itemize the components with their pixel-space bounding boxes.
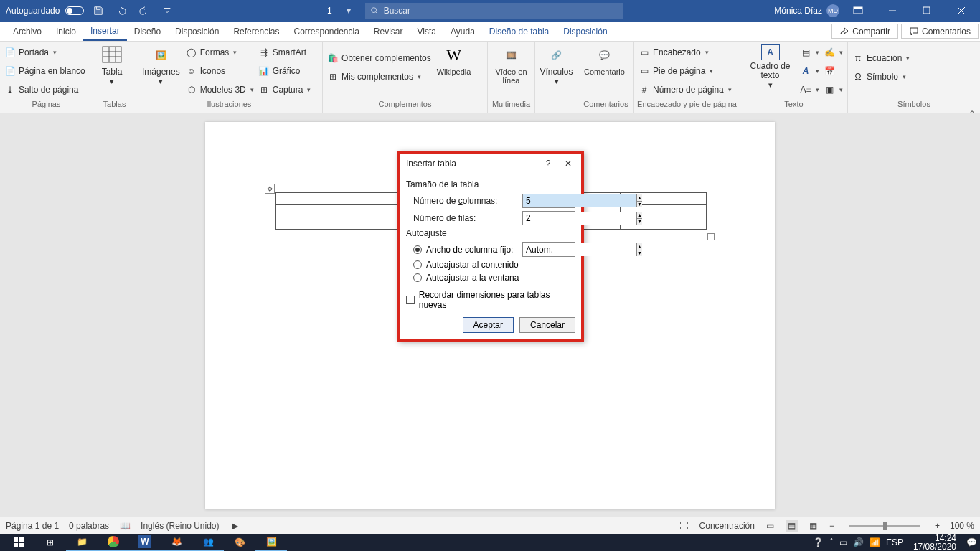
fixed-width-input[interactable] — [523, 243, 636, 256]
read-mode-icon[interactable]: ▭ — [765, 520, 776, 532]
user-avatar[interactable]: MD — [826, 4, 839, 17]
icons-button[interactable]: ☺Iconos — [184, 63, 255, 79]
comments-button[interactable]: Comentarios — [901, 24, 979, 39]
keyboard-lang[interactable]: ESP — [886, 537, 903, 547]
paint-icon[interactable]: 🎨 — [224, 534, 255, 551]
wikipedia-button[interactable]: WWikipedia — [434, 43, 474, 77]
menu-disposicion-tabla[interactable]: Disposición — [556, 22, 614, 41]
columns-up-icon[interactable]: ▲ — [637, 194, 642, 202]
close-button[interactable] — [946, 0, 977, 22]
wordart-button[interactable]: A▾ — [798, 63, 821, 79]
wifi-icon[interactable]: 📶 — [870, 537, 880, 547]
notifications-icon[interactable]: 💬 — [966, 537, 977, 547]
equation-button[interactable]: πEcuación▾ — [851, 50, 911, 66]
table-move-handle[interactable]: ✥ — [265, 184, 275, 194]
chrome-icon[interactable] — [98, 534, 129, 551]
fixed-width-spinner[interactable]: ▲▼ — [522, 242, 575, 257]
word-icon[interactable]: W — [129, 534, 161, 551]
header-button[interactable]: ▭Encabezado▾ — [637, 44, 733, 60]
macros-icon[interactable]: ▶ — [230, 520, 241, 532]
search-input[interactable] — [384, 6, 619, 16]
ribbon-display-icon[interactable] — [842, 0, 874, 22]
clock[interactable]: 14:24 17/08/2020 — [913, 534, 956, 551]
page-break-button[interactable]: ⤓Salto de página — [3, 82, 87, 98]
fit-window-radio[interactable] — [413, 273, 422, 282]
zoom-level[interactable]: 100 % — [950, 521, 974, 531]
cancel-button[interactable]: Cancelar — [519, 317, 575, 333]
undo-icon[interactable] — [113, 2, 130, 19]
columns-spinner[interactable]: ▲▼ — [522, 194, 575, 208]
start-button[interactable] — [3, 534, 34, 551]
menu-archivo[interactable]: Archivo — [6, 22, 49, 41]
qat-more-icon[interactable] — [159, 2, 176, 19]
menu-disposicion[interactable]: Disposición — [168, 22, 226, 41]
quick-parts-button[interactable]: ▤▾ — [798, 44, 821, 60]
online-video-button[interactable]: 🎞️Vídeo en línea — [491, 43, 532, 86]
task-view-icon[interactable]: ⊞ — [34, 534, 66, 551]
signature-button[interactable]: ✍▾ — [822, 44, 844, 60]
footer-button[interactable]: ▭Pie de página▾ — [637, 63, 733, 79]
chart-button[interactable]: 📊Gráfico — [257, 63, 313, 79]
menu-correspondencia[interactable]: Correspondencia — [286, 22, 366, 41]
page-indicator[interactable]: Página 1 de 1 — [6, 521, 59, 531]
capture-button[interactable]: ⊞Captura▾ — [257, 82, 313, 98]
smartart-button[interactable]: ⇶SmartArt — [257, 44, 313, 60]
photos-icon[interactable]: 🖼️ — [255, 534, 287, 551]
my-addins-button[interactable]: ⊞Mis complementos▾ — [326, 69, 433, 85]
3d-models-button[interactable]: ⬡Modelos 3D▾ — [184, 82, 255, 98]
fit-content-radio[interactable] — [413, 260, 422, 269]
dialog-close-icon[interactable]: ✕ — [561, 156, 575, 171]
redo-icon[interactable] — [136, 2, 153, 19]
word-count[interactable]: 0 palabras — [69, 521, 109, 531]
object-button[interactable]: ▣▾ — [822, 82, 844, 98]
columns-down-icon[interactable]: ▼ — [637, 202, 642, 208]
textbox-button[interactable]: ACuadro de texto▾ — [743, 43, 797, 90]
columns-input[interactable] — [523, 194, 636, 207]
focus-label[interactable]: Concentración — [699, 521, 755, 531]
table-button[interactable]: Tabla▾ — [96, 43, 128, 87]
get-addins-button[interactable]: 🛍️Obtener complementos — [326, 50, 433, 66]
print-layout-icon[interactable]: ▤ — [786, 520, 798, 532]
zoom-slider[interactable] — [849, 525, 920, 527]
menu-inicio[interactable]: Inicio — [49, 22, 83, 41]
spellcheck-icon[interactable]: 📖 — [119, 520, 131, 532]
remember-checkbox[interactable] — [406, 296, 415, 304]
fixed-down-icon[interactable]: ▼ — [637, 250, 642, 257]
menu-ayuda[interactable]: Ayuda — [443, 22, 482, 41]
rows-input[interactable] — [523, 212, 636, 225]
user-name[interactable]: Mónica Díaz — [774, 6, 822, 16]
menu-revisar[interactable]: Revisar — [367, 22, 410, 41]
teams-icon[interactable]: 👥 — [192, 534, 224, 551]
comment-button[interactable]: 💬Comentario — [581, 43, 628, 77]
autosave-toggle[interactable] — [65, 6, 84, 15]
menu-diseno-tabla[interactable]: Diseño de tabla — [482, 22, 556, 41]
menu-insertar[interactable]: Insertar — [83, 22, 127, 41]
tray-chevron-icon[interactable]: ˄ — [829, 537, 834, 547]
explorer-icon[interactable]: 📁 — [66, 534, 98, 551]
rows-spinner[interactable]: ▲▼ — [522, 211, 575, 225]
zoom-out-button[interactable]: − — [829, 521, 834, 531]
links-button[interactable]: 🔗Vínculos▾ — [538, 43, 575, 87]
volume-icon[interactable]: 🔊 — [853, 537, 864, 547]
menu-diseno[interactable]: Diseño — [127, 22, 168, 41]
search-box[interactable] — [365, 3, 623, 19]
menu-vista[interactable]: Vista — [410, 22, 443, 41]
rows-up-icon[interactable]: ▲ — [637, 212, 642, 219]
fixed-up-icon[interactable]: ▲ — [637, 243, 642, 250]
cover-page-button[interactable]: 📄Portada▾ — [3, 44, 87, 60]
language-indicator[interactable]: Inglés (Reino Unido) — [141, 521, 219, 531]
help-tray-icon[interactable]: ❔ — [813, 537, 824, 547]
images-button[interactable]: 🖼️Imágenes▾ — [139, 43, 183, 87]
ok-button[interactable]: Aceptar — [463, 317, 514, 333]
battery-icon[interactable]: ▭ — [839, 537, 847, 547]
minimize-button[interactable] — [877, 0, 908, 22]
table-resize-handle[interactable] — [707, 233, 715, 240]
rows-down-icon[interactable]: ▼ — [637, 219, 642, 225]
share-button[interactable]: Compartir — [831, 24, 898, 39]
blank-page-button[interactable]: 📄Página en blanco — [3, 63, 87, 79]
save-icon[interactable] — [90, 2, 107, 19]
firefox-icon[interactable]: 🦊 — [161, 534, 192, 551]
zoom-in-button[interactable]: + — [935, 521, 940, 531]
dropcap-button[interactable]: A≡▾ — [798, 82, 821, 98]
dialog-help-icon[interactable]: ? — [541, 156, 555, 171]
